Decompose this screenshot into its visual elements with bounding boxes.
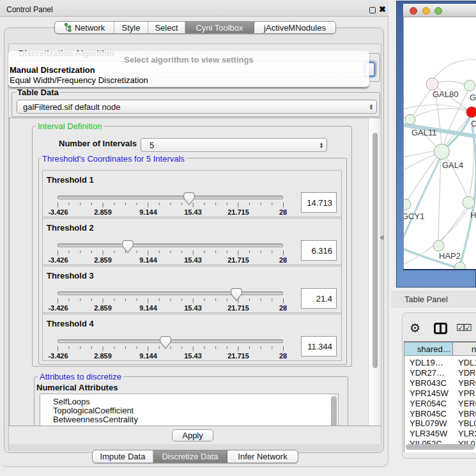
svg-text:GAL11: GAL11: [411, 128, 437, 137]
svg-text:GCY1: GCY1: [404, 211, 424, 221]
svg-text:GAL4: GAL4: [442, 160, 463, 170]
svg-text:CYC8: CYC8: [471, 119, 476, 128]
svg-text:GAL2: GAL2: [470, 93, 476, 102]
svg-text:GAL80: GAL80: [433, 89, 458, 99]
svg-text:HAP1: HAP1: [470, 210, 476, 220]
svg-text:HAP2: HAP2: [439, 251, 461, 261]
